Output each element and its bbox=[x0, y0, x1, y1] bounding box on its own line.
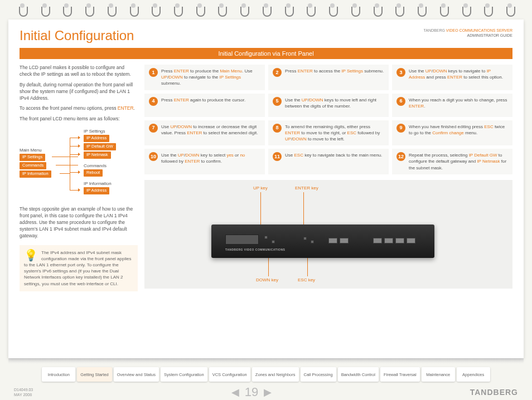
footer-meta: D14049.03 MAY 2008 bbox=[14, 387, 33, 397]
device-port bbox=[407, 238, 415, 243]
tree-ip-info-head: IP Information bbox=[84, 181, 112, 187]
tree-ip-address2: IP Address bbox=[84, 187, 109, 194]
tip-text: The IPv4 address and IPv4 subnet mask co… bbox=[24, 250, 131, 286]
right-column: 1Press ENTER to produce the Main Menu. U… bbox=[144, 65, 512, 291]
device-port bbox=[373, 238, 382, 243]
device-down-btn bbox=[272, 240, 275, 243]
step-4: 4Press ENTER again to produce the cursor… bbox=[144, 94, 265, 117]
step-2: 2Press ENTER to access the IP Settings s… bbox=[268, 65, 389, 90]
label-down-key: DOWN key bbox=[256, 277, 278, 282]
tab-getting-started[interactable]: Getting Started bbox=[77, 367, 112, 382]
step-number: 7 bbox=[149, 124, 158, 133]
step-number: 6 bbox=[396, 97, 405, 106]
tab-zones-and-neighbors[interactable]: Zones and Neighbors bbox=[252, 367, 299, 382]
tree-ip-default-gw: IP Default GW bbox=[84, 143, 116, 150]
spiral-binding bbox=[0, 0, 532, 19]
device-chassis: TANDBERG VIDEO COMMUNICATIONS bbox=[211, 225, 434, 258]
tree-ip-settings-head: IP Settings bbox=[84, 128, 105, 134]
step-11: 11Use ESC key to navigate back to the ma… bbox=[268, 149, 389, 174]
tree-commands-head: Commands bbox=[84, 163, 107, 169]
intro-p4: The front panel LCD menu items are as fo… bbox=[20, 116, 138, 123]
step-number: 4 bbox=[149, 97, 158, 106]
tab-appendices[interactable]: Appendices bbox=[457, 367, 490, 382]
tab-overview-and-status[interactable]: Overview and Status bbox=[114, 367, 159, 382]
step-number: 1 bbox=[149, 68, 158, 77]
tab-call-processing[interactable]: Call Processing bbox=[301, 367, 336, 382]
page-number: 19 bbox=[245, 385, 258, 399]
tree-ip-netmask: IP Netmask bbox=[84, 152, 111, 159]
step-number: 3 bbox=[396, 68, 405, 77]
step-number: 11 bbox=[273, 152, 282, 161]
label-up-key: UP key bbox=[253, 186, 268, 191]
step-text: Use the UP/DOWN key to select yes or no … bbox=[161, 152, 260, 171]
subtitle-bar: Initial Configuration via Front Panel bbox=[20, 48, 512, 59]
device-up-btn bbox=[264, 236, 268, 239]
left-column: The LCD panel makes it possible to confi… bbox=[20, 65, 138, 291]
step-text: Use UP/DOWN to increase or decrease the … bbox=[161, 124, 260, 143]
footer: D14049.03 MAY 2008 ◀ 19 ▶ TANDBERG bbox=[0, 382, 532, 399]
menu-tree: Main Menu IP Settings Commands IP Inform… bbox=[20, 128, 138, 201]
device-port bbox=[340, 238, 349, 243]
step-text: Press ENTER again to produce the cursor. bbox=[161, 97, 260, 114]
step-9: 9When you have finished editing press ES… bbox=[392, 120, 512, 146]
device-esc-btn bbox=[311, 240, 314, 243]
tab-bandwidth-control[interactable]: Bandwidth Control bbox=[338, 367, 379, 382]
tab-system-configuration[interactable]: System Configuration bbox=[161, 367, 207, 382]
next-page-arrow[interactable]: ▶ bbox=[264, 386, 272, 398]
tab-introduction[interactable]: Introduction bbox=[42, 367, 75, 382]
tree-reboot: Reboot bbox=[84, 169, 103, 177]
step-number: 2 bbox=[273, 68, 282, 77]
tree-ip-address: IP Address bbox=[84, 135, 109, 142]
step-6: 6When you reach a digit you wish to chan… bbox=[392, 94, 512, 117]
intro-p1: The LCD panel makes it possible to confi… bbox=[20, 65, 138, 78]
steps-grid: 1Press ENTER to produce the Main Menu. U… bbox=[144, 65, 512, 174]
step-5: 5Use the UP/DOWN keys to move left and r… bbox=[268, 94, 389, 117]
tree-ip-information: IP Information bbox=[20, 170, 51, 178]
label-esc-key: ESC key bbox=[298, 277, 315, 282]
step-number: 12 bbox=[396, 152, 405, 161]
lightbulb-icon: 💡 bbox=[24, 250, 38, 261]
step-8: 8To amend the remaining digits, either p… bbox=[268, 120, 389, 146]
step-text: When you reach a digit you wish to chang… bbox=[409, 97, 508, 114]
step-text: When you have finished editing press ESC… bbox=[409, 124, 508, 143]
step-text: Press ENTER to access the IP Settings su… bbox=[285, 68, 384, 87]
intro-p5: The steps opposite give an example of ho… bbox=[20, 206, 138, 239]
page-title: Initial Configuration bbox=[20, 28, 134, 43]
device-lcd bbox=[225, 235, 259, 245]
step-1: 1Press ENTER to produce the Main Menu. U… bbox=[144, 65, 265, 90]
step-7: 7Use UP/DOWN to increase or decrease the… bbox=[144, 120, 265, 146]
tab-maintenance[interactable]: Maintenance bbox=[422, 367, 455, 382]
tab-vcs-configuration[interactable]: VCS Configuration bbox=[209, 367, 250, 382]
intro-p2: By default, during normal operation the … bbox=[20, 82, 138, 102]
device-port bbox=[395, 238, 404, 243]
step-number: 8 bbox=[273, 124, 282, 133]
nav-tabs: IntroductionGetting StartedOverview and … bbox=[0, 367, 532, 382]
device-logo: TANDBERG VIDEO COMMUNICATIONS bbox=[225, 248, 285, 251]
intro-p3: To access the front panel menu options, … bbox=[20, 105, 138, 112]
step-text: To amend the remaining digits, either pr… bbox=[285, 124, 384, 143]
page-nav: ◀ 19 ▶ bbox=[231, 385, 272, 399]
tree-commands: Commands bbox=[20, 162, 46, 169]
footer-brand: TANDBERG bbox=[470, 388, 518, 397]
step-3: 3Use the UP/DOWN keys to navigate to IP … bbox=[392, 65, 512, 90]
step-10: 10Use the UP/DOWN key to select yes or n… bbox=[144, 149, 265, 174]
label-enter-key: ENTER key bbox=[295, 186, 318, 191]
device-diagram: UP key ENTER key DOWN key ESC key TANDBE… bbox=[144, 180, 512, 289]
step-12: 12Repeat the process, selecting IP Defau… bbox=[392, 149, 512, 174]
tree-ip-settings: IP Settings bbox=[20, 154, 45, 161]
step-text: Repeat the process, selecting IP Default… bbox=[409, 152, 508, 171]
prev-page-arrow[interactable]: ◀ bbox=[231, 386, 239, 398]
tree-main-menu-label: Main Menu bbox=[20, 147, 42, 153]
header-brand: TANDBERG VIDEO COMMUNICATIONS SERVER ADM… bbox=[424, 28, 512, 38]
device-port bbox=[384, 238, 393, 243]
step-text: Press ENTER to produce the Main Menu. Us… bbox=[161, 68, 260, 87]
step-number: 5 bbox=[273, 97, 282, 106]
step-text: Use the UP/DOWN keys to navigate to IP A… bbox=[409, 68, 508, 87]
device-enter-btn bbox=[303, 237, 307, 240]
step-number: 9 bbox=[396, 124, 405, 133]
step-text: Use ESC key to navigate back to the main… bbox=[285, 152, 384, 171]
document-page: Initial Configuration TANDBERG VIDEO COM… bbox=[8, 19, 524, 358]
step-number: 10 bbox=[149, 152, 158, 161]
device-port bbox=[328, 238, 337, 243]
tab-firewall-traversal[interactable]: Firewall Traversal bbox=[380, 367, 420, 382]
